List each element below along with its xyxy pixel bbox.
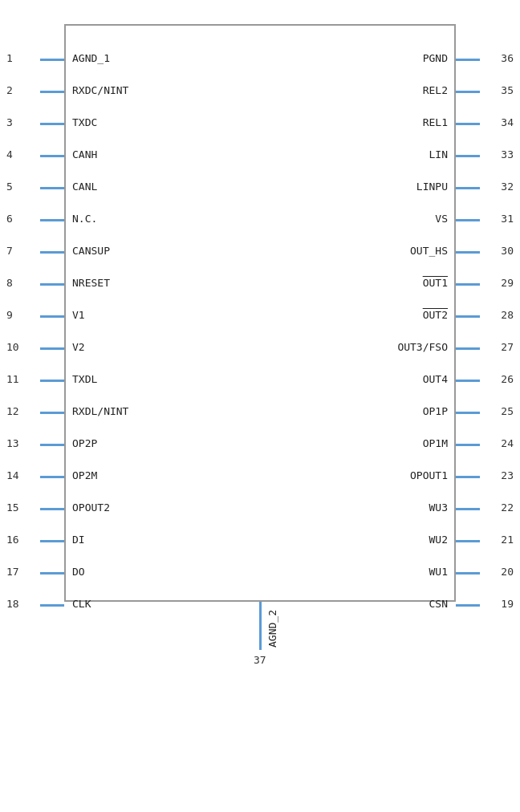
pin-number-left: 5: [6, 181, 13, 193]
pin-number-left: 9: [6, 309, 13, 321]
pin-line-left: [40, 187, 64, 189]
pin-line-right: [456, 540, 480, 542]
pin-label-right: WU3: [429, 501, 448, 514]
pin-line-right: [456, 315, 480, 318]
pin-label-right: WU2: [429, 534, 448, 546]
pin-line-right: [456, 347, 480, 350]
pin-label-right: OP1M: [423, 437, 448, 449]
pin-number-right: 27: [501, 341, 514, 353]
pin-line-left: [40, 444, 64, 446]
pin-line-left: [40, 315, 64, 318]
pin-label-left: N.C.: [72, 213, 97, 225]
pin-line-left: [40, 251, 64, 254]
pin-label-right: REL2: [423, 84, 448, 96]
pin-label-left: CANH: [72, 148, 97, 160]
pin-label-right: OP1P: [423, 405, 448, 417]
pin-number-left: 7: [6, 245, 13, 257]
pin-number-right: 30: [501, 245, 514, 257]
pin-number-right: 23: [501, 469, 514, 481]
pin-line-right: [456, 123, 480, 125]
pin-line-left: [40, 380, 64, 382]
pin-label-right: OUT4: [423, 373, 448, 385]
pin-label-left: AGND_1: [72, 52, 110, 64]
pin-label-right: LIN: [429, 148, 448, 160]
pin-label-right: PGND: [423, 52, 448, 64]
bottom-pin-label: AGND_2: [266, 610, 278, 648]
pin-line-right: [456, 380, 480, 382]
pin-number-left: 1: [6, 52, 13, 64]
pin-line-right: [456, 155, 480, 157]
pin-number-right: 22: [501, 501, 514, 514]
pin-label-left: OP2M: [72, 469, 97, 481]
pin-line-right: [456, 572, 480, 574]
pin-number-right: 26: [501, 373, 514, 385]
pin-number-left: 14: [6, 469, 19, 481]
pin-label-left: OPOUT2: [72, 501, 110, 514]
pin-number-left: 11: [6, 373, 19, 385]
pin-line-left: [40, 91, 64, 93]
pin-line-right: [456, 476, 480, 478]
pin-label-left: CLK: [72, 598, 91, 610]
pin-number-left: 17: [6, 566, 19, 578]
pin-number-left: 13: [6, 437, 19, 449]
pin-number-right: 36: [501, 52, 514, 64]
pin-line-left: [40, 572, 64, 574]
pin-number-left: 18: [6, 598, 19, 610]
pin-number-right: 33: [501, 148, 514, 160]
pin-label-left: TXDC: [72, 116, 97, 128]
pin-line-right: [456, 91, 480, 93]
pin-number-right: 25: [501, 405, 514, 417]
pin-label-right: OUT2: [423, 309, 448, 321]
pin-line-right: [456, 412, 480, 414]
pin-line-left: [40, 604, 64, 607]
pin-label-left: TXDL: [72, 373, 97, 385]
pin-line-right: [456, 604, 480, 607]
pin-label-right: OUT_HS: [410, 245, 448, 257]
pin-number-right: 28: [501, 309, 514, 321]
pin-number-right: 31: [501, 213, 514, 225]
pin-label-left: NRESET: [72, 277, 110, 289]
pin-label-left: CANSUP: [72, 245, 110, 257]
pin-label-left: RXDL/NINT: [72, 405, 128, 417]
pin-line-right: [456, 219, 480, 221]
pin-line-left: [40, 219, 64, 221]
pin-label-right: LINPU: [416, 181, 448, 193]
pin-label-left: CANL: [72, 181, 97, 193]
pin-number-right: 21: [501, 534, 514, 546]
pin-number-left: 16: [6, 534, 19, 546]
pin-label-right: OUT3/FSO: [397, 341, 448, 353]
pin-line-left: [40, 347, 64, 350]
pin-line-left: [40, 508, 64, 510]
pin-number-right: 34: [501, 116, 514, 128]
pin-label-right: OUT1: [423, 277, 448, 289]
pin-line-left: [40, 540, 64, 542]
pin-number-left: 12: [6, 405, 19, 417]
diagram-container: 123456789101112131415161718 363534333231…: [0, 0, 520, 812]
bottom-pin-line: [259, 602, 262, 650]
pin-number-left: 6: [6, 213, 13, 225]
pin-label-right: REL1: [423, 116, 448, 128]
pin-line-right: [456, 508, 480, 510]
ic-body: [64, 24, 456, 602]
pin-number-right: 29: [501, 277, 514, 289]
pin-number-right: 19: [501, 598, 514, 610]
bottom-pin-number: 37: [254, 654, 266, 666]
pin-label-left: RXDC/NINT: [72, 84, 128, 96]
pin-number-left: 2: [6, 84, 13, 96]
pin-line-right: [456, 444, 480, 446]
pin-label-right: VS: [435, 213, 448, 225]
pin-label-right: WU1: [429, 566, 448, 578]
pin-line-right: [456, 59, 480, 61]
pin-label-left: V1: [72, 309, 85, 321]
pin-number-left: 10: [6, 341, 19, 353]
pin-line-right: [456, 283, 480, 286]
pin-number-left: 3: [6, 116, 13, 128]
pin-line-left: [40, 476, 64, 478]
pin-line-left: [40, 155, 64, 157]
pin-line-left: [40, 123, 64, 125]
pin-label-right: CSN: [429, 598, 448, 610]
pin-number-left: 15: [6, 501, 19, 514]
pin-number-right: 32: [501, 181, 514, 193]
pin-label-left: V2: [72, 341, 85, 353]
pin-line-left: [40, 412, 64, 414]
